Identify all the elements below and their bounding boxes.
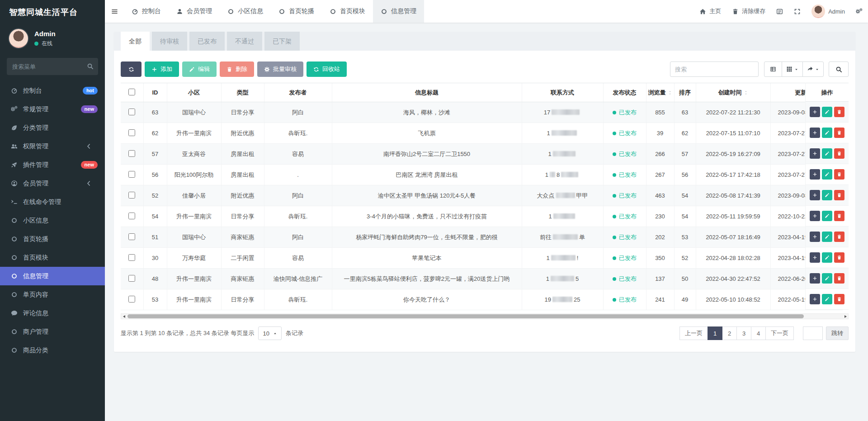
row-checkbox[interactable] — [128, 150, 135, 157]
row-delete-button[interactable] — [834, 211, 844, 221]
topnav-tab-首页模块[interactable]: 首页模块 — [322, 0, 373, 23]
jump-page-input[interactable] — [803, 326, 823, 340]
column-header-浏览量[interactable]: 浏览量 — [646, 83, 674, 102]
sidebar-item-单页内容[interactable]: 单页内容 — [0, 285, 105, 304]
row-edit-button[interactable] — [822, 107, 832, 117]
row-detail-button[interactable] — [810, 294, 820, 304]
sidebar-toggle-button[interactable] — [105, 0, 124, 23]
sidebar-item-信息管理[interactable]: 信息管理 — [0, 267, 105, 285]
row-delete-button[interactable] — [834, 190, 844, 200]
sidebar-item-控制台[interactable]: 控制台hot — [0, 81, 105, 100]
page-button-1[interactable]: 1 — [708, 326, 722, 340]
next-page-button[interactable]: 下一页 — [765, 326, 794, 340]
row-edit-button[interactable] — [822, 211, 832, 221]
batch-audit-button[interactable]: 批量审核 — [257, 61, 303, 77]
sidebar-item-常规管理[interactable]: 常规管理new — [0, 100, 105, 118]
topnav-tab-小区信息[interactable]: 小区信息 — [220, 0, 271, 23]
select-all-checkbox[interactable] — [128, 89, 135, 95]
row-edit-button[interactable] — [822, 148, 832, 159]
page-button-3[interactable]: 3 — [736, 326, 751, 340]
row-checkbox[interactable] — [128, 171, 135, 178]
row-checkbox[interactable] — [128, 254, 135, 261]
export-button[interactable] — [802, 61, 824, 77]
sidebar-item-商品分类[interactable]: 商品分类 — [0, 341, 105, 360]
row-checkbox[interactable] — [128, 233, 135, 240]
row-delete-button[interactable] — [834, 128, 844, 138]
row-edit-button[interactable] — [822, 252, 832, 263]
page-button-2[interactable]: 2 — [722, 326, 737, 340]
row-checkbox[interactable] — [128, 109, 135, 115]
prev-page-button[interactable]: 上一页 — [679, 326, 708, 340]
add-button[interactable]: 添加 — [145, 61, 179, 77]
hscroll-thumb[interactable] — [127, 314, 804, 318]
tab-已发布[interactable]: 已发布 — [189, 32, 225, 51]
tab-待审核[interactable]: 待审核 — [152, 32, 187, 51]
row-delete-button[interactable] — [834, 294, 844, 304]
topnav-tab-会员管理[interactable]: 会员管理 — [169, 0, 220, 23]
sidebar-item-插件管理[interactable]: 插件管理new — [0, 156, 105, 174]
row-detail-button[interactable] — [810, 211, 820, 221]
topnav-tab-信息管理[interactable]: 信息管理 — [373, 0, 424, 23]
brand[interactable]: 智慧同城生活平台 — [0, 0, 105, 24]
edit-button[interactable]: 编辑 — [182, 61, 217, 77]
table-search-input[interactable] — [670, 61, 759, 77]
row-edit-button[interactable] — [822, 169, 832, 180]
sidebar-item-分类管理[interactable]: 分类管理 — [0, 118, 105, 137]
row-edit-button[interactable] — [822, 190, 832, 200]
row-delete-button[interactable] — [834, 273, 844, 284]
row-detail-button[interactable] — [810, 252, 820, 263]
topnav-tab-控制台[interactable]: 控制台 — [124, 0, 169, 23]
row-edit-button[interactable] — [822, 128, 832, 138]
row-delete-button[interactable] — [834, 232, 844, 242]
language-button[interactable] — [771, 0, 788, 23]
hscroll-left-arrow[interactable] — [121, 314, 127, 319]
row-detail-button[interactable] — [810, 128, 820, 138]
topnav-tab-首页轮播[interactable]: 首页轮播 — [271, 0, 322, 23]
row-delete-button[interactable] — [834, 107, 844, 117]
row-checkbox[interactable] — [128, 192, 135, 199]
sidebar-item-首页模块[interactable]: 首页模块 — [0, 248, 105, 267]
menu-search-input[interactable] — [7, 58, 98, 75]
settings-button[interactable] — [850, 0, 868, 23]
recycle-bin-button[interactable]: 回收站 — [307, 61, 347, 77]
tab-不通过[interactable]: 不通过 — [227, 32, 262, 51]
row-detail-button[interactable] — [810, 232, 820, 242]
jump-button[interactable]: 跳转 — [826, 326, 849, 340]
sidebar-item-商户管理[interactable]: 商户管理 — [0, 322, 105, 341]
page-size-select[interactable]: 10 — [258, 326, 281, 340]
sidebar-item-权限管理[interactable]: 权限管理 — [0, 137, 105, 156]
tab-已下架[interactable]: 已下架 — [264, 32, 300, 51]
row-detail-button[interactable] — [810, 148, 820, 159]
search-submit-button[interactable] — [829, 61, 849, 77]
sidebar-item-在线命令管理[interactable]: 在线命令管理 — [0, 193, 105, 211]
row-checkbox[interactable] — [128, 296, 135, 303]
column-header-创建时间[interactable]: 创建时间 — [696, 83, 770, 102]
row-delete-button[interactable] — [834, 148, 844, 159]
row-detail-button[interactable] — [810, 107, 820, 117]
row-detail-button[interactable] — [810, 169, 820, 180]
row-edit-button[interactable] — [822, 294, 832, 304]
home-button[interactable]: 主页 — [694, 0, 726, 23]
page-button-4[interactable]: 4 — [751, 326, 766, 340]
columns-button[interactable] — [782, 61, 803, 77]
hscroll-right-arrow[interactable] — [842, 314, 848, 319]
refresh-button[interactable] — [121, 61, 142, 77]
row-edit-button[interactable] — [822, 232, 832, 242]
row-delete-button[interactable] — [834, 252, 844, 263]
delete-button[interactable]: 删除 — [220, 61, 254, 77]
row-delete-button[interactable] — [834, 169, 844, 180]
row-checkbox[interactable] — [128, 129, 135, 136]
row-detail-button[interactable] — [810, 273, 820, 284]
row-edit-button[interactable] — [822, 273, 832, 284]
row-checkbox[interactable] — [128, 275, 135, 282]
sidebar-item-首页轮播[interactable]: 首页轮播 — [0, 230, 105, 248]
row-detail-button[interactable] — [810, 190, 820, 200]
sidebar-item-小区信息[interactable]: 小区信息 — [0, 211, 105, 230]
sidebar-item-评论信息[interactable]: 评论信息 — [0, 304, 105, 322]
detail-view-button[interactable] — [764, 61, 782, 77]
user-menu[interactable]: Admin — [806, 0, 850, 23]
sidebar-item-会员管理[interactable]: 会员管理 — [0, 174, 105, 193]
clear-cache-button[interactable]: 清除缓存 — [726, 0, 771, 23]
tab-全部[interactable]: 全部 — [121, 32, 150, 51]
row-checkbox[interactable] — [128, 213, 135, 219]
